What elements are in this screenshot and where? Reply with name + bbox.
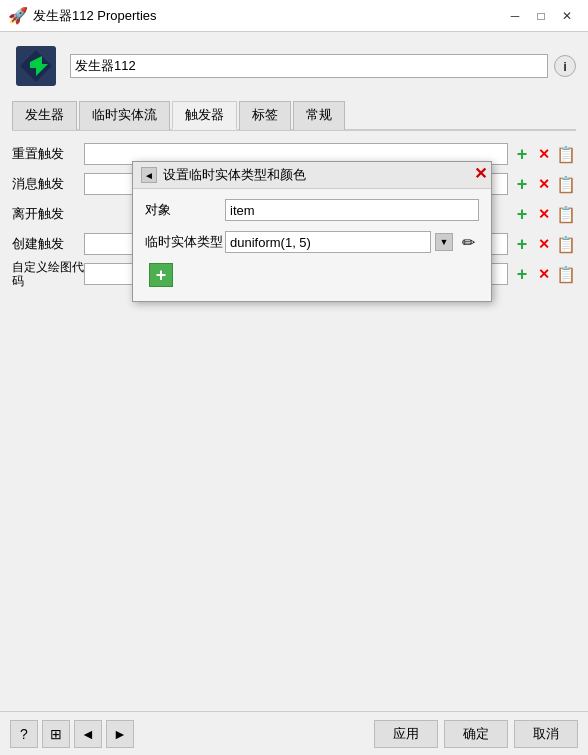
header-row: i [12,42,576,90]
add-create-button[interactable]: + [512,234,532,254]
add-leave-button[interactable]: + [512,204,532,224]
plus-icon: + [517,234,528,255]
trigger-buttons-leave: + ✕ 📋 [512,204,576,224]
popup-type-row: 临时实体类型 duniform(1, 5) ▼ ✏ [145,231,479,253]
app-icon [12,42,60,90]
next-button[interactable]: ► [106,720,134,748]
title-bar: 🚀 发生器112 Properties ─ □ ✕ [0,0,588,32]
trigger-label-create: 创建触发 [12,235,84,253]
apply-button[interactable]: 应用 [374,720,438,748]
trigger-buttons-custom: + ✕ 📋 [512,264,576,284]
cancel-button[interactable]: 取消 [514,720,578,748]
trigger-label-leave: 离开触发 [12,205,84,223]
book-icon: 📋 [556,145,576,164]
popup-object-row: 对象 [145,199,479,221]
plus-icon: + [517,174,528,195]
x-icon: ✕ [538,236,550,252]
remove-leave-button[interactable]: ✕ [534,204,554,224]
remove-custom-button[interactable]: ✕ [534,264,554,284]
tab-general[interactable]: 常规 [293,101,345,130]
bottom-bar: ? ⊞ ◄ ► 应用 确定 取消 [0,711,588,755]
popup-body: 对象 临时实体类型 duniform(1, 5) ▼ ✏ + [133,189,491,301]
name-input-wrap: i [70,54,576,78]
info-button[interactable]: i [554,55,576,77]
tab-temp-entity-flow[interactable]: 临时实体流 [79,101,170,130]
plus-icon: + [517,204,528,225]
book-icon: 📋 [556,265,576,284]
book-custom-button[interactable]: 📋 [556,264,576,284]
plus-icon: + [517,144,528,165]
add-reset-button[interactable]: + [512,144,532,164]
remove-reset-button[interactable]: ✕ [534,144,554,164]
popup-type-display[interactable]: duniform(1, 5) [225,231,431,253]
remove-create-button[interactable]: ✕ [534,234,554,254]
trigger-buttons-create: + ✕ 📋 [512,234,576,254]
window-body: i 发生器 临时实体流 触发器 标签 常规 重置触发 + ✕ 📋 消息触发 [0,32,588,729]
trigger-label-message: 消息触发 [12,175,84,193]
grid-button[interactable]: ⊞ [42,720,70,748]
book-icon: 📋 [556,175,576,194]
tab-trigger[interactable]: 触发器 [172,101,237,130]
popup-type-select-wrap: duniform(1, 5) ▼ ✏ [225,231,479,253]
book-icon: 📋 [556,205,576,224]
title-bar-text: 发生器112 Properties [33,7,502,25]
remove-message-button[interactable]: ✕ [534,174,554,194]
plus-icon: + [517,264,528,285]
popup-header: ◄ 设置临时实体类型和颜色 ✕ [133,162,491,189]
close-button[interactable]: ✕ [554,3,580,29]
popup-title: 设置临时实体类型和颜色 [163,166,306,184]
trigger-buttons-message: + ✕ 📋 [512,174,576,194]
tab-generator[interactable]: 发生器 [12,101,77,130]
book-message-button[interactable]: 📋 [556,174,576,194]
popup-type-dropdown-arrow[interactable]: ▼ [435,233,453,251]
help-button[interactable]: ? [10,720,38,748]
popup-add-button[interactable]: + [149,263,173,287]
prev-button[interactable]: ◄ [74,720,102,748]
popup-object-input[interactable] [225,199,479,221]
popup-object-label: 对象 [145,201,225,219]
x-icon: ✕ [538,146,550,162]
popup-close-button[interactable]: ✕ [474,166,487,182]
bottom-left-icons: ? ⊞ ◄ ► [10,720,368,748]
x-icon: ✕ [538,206,550,222]
popup-collapse-button[interactable]: ◄ [141,167,157,183]
add-custom-button[interactable]: + [512,264,532,284]
popup-type-pencil-button[interactable]: ✏ [457,231,479,253]
x-icon: ✕ [538,266,550,282]
popup-dialog: ◄ 设置临时实体类型和颜色 ✕ 对象 临时实体类型 duniform(1, 5)… [132,161,492,302]
minimize-button[interactable]: ─ [502,3,528,29]
book-create-button[interactable]: 📋 [556,234,576,254]
trigger-label-reset: 重置触发 [12,145,84,163]
name-input[interactable] [70,54,548,78]
add-message-button[interactable]: + [512,174,532,194]
tab-label[interactable]: 标签 [239,101,291,130]
content-area: 重置触发 + ✕ 📋 消息触发 + ✕ 📋 离开 [12,139,576,719]
tab-bar: 发生器 临时实体流 触发器 标签 常规 [12,100,576,131]
x-icon: ✕ [538,176,550,192]
book-icon: 📋 [556,235,576,254]
title-bar-icon: 🚀 [8,6,28,25]
book-leave-button[interactable]: 📋 [556,204,576,224]
trigger-buttons-reset: + ✕ 📋 [512,144,576,164]
maximize-button[interactable]: □ [528,3,554,29]
book-reset-button[interactable]: 📋 [556,144,576,164]
trigger-label-custom: 自定义绘图代码 [12,260,84,289]
popup-type-label: 临时实体类型 [145,233,225,251]
ok-button[interactable]: 确定 [444,720,508,748]
